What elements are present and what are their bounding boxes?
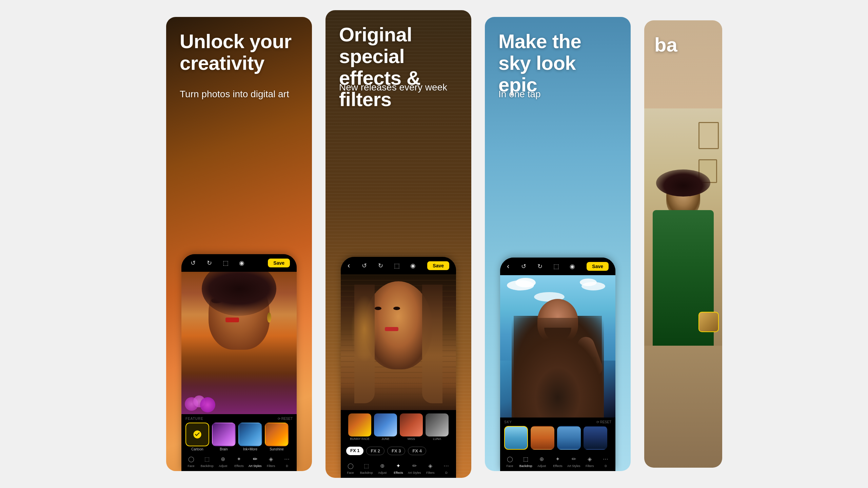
nav-adjust-label-3: Adjust <box>537 464 546 468</box>
fx-tab-3[interactable]: FX 3 <box>387 447 405 455</box>
sky-option-2[interactable] <box>531 426 554 450</box>
nav-backdrop-label-3: Backdrop <box>519 464 532 468</box>
card-2-portrait <box>341 274 456 410</box>
filter-inkmore-label: Ink+More <box>243 447 257 451</box>
effect-luna[interactable]: LUNA <box>426 413 449 441</box>
effect-bunny[interactable]: BUNNY FACE <box>348 413 371 441</box>
compare-icon-2[interactable]: ⬚ <box>392 261 401 270</box>
nav-more-2[interactable]: ⋯ D <box>438 461 454 474</box>
nav-effects-3[interactable]: ✦ Effects <box>550 454 566 468</box>
card-3-phone: ‹ ↺ ↻ ⬚ ◉ Save <box>500 258 615 471</box>
nav-face-3[interactable]: ◯ Face <box>502 454 518 468</box>
fx-tab-1[interactable]: FX 1 <box>346 447 363 455</box>
effect-bunny-label: BUNNY FACE <box>350 437 369 441</box>
nav-artstyles-label-2: Art Styles <box>408 471 421 474</box>
artstyles-icon-2: ✏ <box>410 461 419 470</box>
redo-icon-3[interactable]: ↻ <box>535 262 545 271</box>
nav-more-label-2: D <box>445 471 448 474</box>
reset-label-1[interactable]: ⟳ RESET <box>278 417 293 421</box>
effect-luna-thumb <box>426 413 449 436</box>
card-3-headline: Make the sky look epic <box>498 30 617 95</box>
nav-artstyles-2[interactable]: ✏ Art Styles <box>407 461 422 474</box>
back-button-2[interactable]: ‹ <box>348 261 350 270</box>
nav-effects-label-3: Effects <box>553 464 562 468</box>
nav-filters-3[interactable]: ◈ Filters <box>582 454 598 468</box>
feature-label: FEATURE <box>185 417 203 421</box>
effect-miss[interactable]: MISS <box>400 413 423 441</box>
effect-june[interactable]: JUNE <box>374 413 397 441</box>
nav-effects-2[interactable]: ✦ Effects <box>390 461 406 474</box>
backdrop-icon-3: ⬚ <box>521 454 530 463</box>
bottom-nav-1: ◯ Face ⬚ Backdrop ⊕ Adjust ✦ Effects <box>181 451 297 471</box>
save-button-1[interactable]: Save <box>268 259 290 267</box>
adjust-icon-3: ⊕ <box>537 454 546 463</box>
nav-artstyles-label-1: Art Styles <box>249 464 262 468</box>
sky-option-3[interactable] <box>557 426 581 450</box>
effect-bunny-thumb <box>348 413 371 436</box>
save-button-2[interactable]: Save <box>427 261 449 270</box>
filter-inkmore[interactable]: Ink+More <box>238 423 262 451</box>
nav-adjust-1[interactable]: ⊕ Adjust <box>215 454 231 468</box>
compare-icon[interactable]: ⬚ <box>221 258 230 268</box>
fx-tabs-row: FX 1 FX 2 FX 3 FX 4 <box>341 444 456 458</box>
redo-icon-2[interactable]: ↻ <box>376 261 385 270</box>
nav-backdrop-2[interactable]: ⬚ Backdrop <box>358 461 374 474</box>
nav-more-1[interactable]: ⋯ D <box>279 454 295 468</box>
nav-adjust-3[interactable]: ⊕ Adjust <box>534 454 550 468</box>
filter-brain[interactable]: Brain <box>212 423 236 451</box>
back-button-3[interactable]: ‹ <box>507 262 509 271</box>
sky-option-4[interactable] <box>584 426 607 450</box>
nav-adjust-2[interactable]: ⊕ Adjust <box>374 461 390 474</box>
nav-artstyles-1[interactable]: ✏ Art Styles <box>247 454 263 468</box>
effects-icon-3: ✦ <box>553 454 562 463</box>
nav-backdrop-1[interactable]: ⬚ Backdrop <box>199 454 215 468</box>
card-3-portrait <box>500 275 615 418</box>
effect-june-label: JUNE <box>381 437 390 441</box>
adjust-icon-1: ⊕ <box>219 454 228 463</box>
filter-sunshine[interactable]: Sunshine <box>265 423 289 451</box>
redo-icon[interactable]: ↻ <box>204 258 214 268</box>
nav-adjust-label-2: Adjust <box>378 471 387 474</box>
sky-thumb-2 <box>531 426 554 450</box>
fx-tab-4[interactable]: FX 4 <box>408 447 426 455</box>
settings-icon[interactable]: ◉ <box>237 258 246 268</box>
settings-icon-3[interactable]: ◉ <box>568 262 577 271</box>
phone-topbar-2: ‹ ↺ ↻ ⬚ ◉ Save <box>341 257 456 274</box>
undo-icon[interactable]: ↺ <box>188 258 198 268</box>
card-4-headline: ba <box>654 34 677 56</box>
card-1-headline: Unlock your creativity <box>180 30 298 74</box>
nav-face-2[interactable]: ◯ Face <box>342 461 358 474</box>
phone-topbar-3: ‹ ↺ ↻ ⬚ ◉ Save <box>500 258 615 275</box>
undo-icon-3[interactable]: ↺ <box>519 262 528 271</box>
nav-face-1[interactable]: ◯ Face <box>183 454 199 468</box>
effect-miss-thumb <box>400 413 423 436</box>
fx-tab-2[interactable]: FX 2 <box>366 447 384 455</box>
filter-sunshine-label: Sunshine <box>270 447 284 451</box>
nav-adjust-label-1: Adjust <box>219 464 227 468</box>
nav-effects-1[interactable]: ✦ Effects <box>231 454 247 468</box>
backdrop-icon-1: ⬚ <box>203 454 212 463</box>
undo-icon-2[interactable]: ↺ <box>359 261 369 270</box>
filters-icon-2: ◈ <box>426 461 435 470</box>
effects-icon-1: ✦ <box>235 454 243 463</box>
gallery-container: Unlock your creativity Turn photos into … <box>0 0 868 488</box>
settings-icon-2[interactable]: ◉ <box>408 261 418 270</box>
compare-icon-3[interactable]: ⬚ <box>551 262 561 271</box>
more-icon-1: ⋯ <box>282 454 291 463</box>
filter-cartoon[interactable]: Cartoon <box>185 423 209 451</box>
nav-backdrop-3[interactable]: ⬚ Backdrop <box>518 454 534 468</box>
nav-artstyles-3[interactable]: ✏ Art Styles <box>566 454 582 468</box>
bottom-nav-2: ◯ Face ⬚ Backdrop ⊕ Adjust ✦ Effects <box>341 458 456 478</box>
save-button-3[interactable]: Save <box>587 262 609 271</box>
nav-filters-1[interactable]: ◈ Filters <box>263 454 279 468</box>
reset-label-3[interactable]: ⟳ RESET <box>596 420 611 424</box>
face-icon-1: ◯ <box>187 454 196 463</box>
sky-option-1[interactable] <box>504 426 528 450</box>
effect-miss-label: MISS <box>408 437 415 441</box>
nav-more-3[interactable]: ⋯ D <box>598 454 614 468</box>
card-2-headline: Original special effects & filters <box>339 24 458 110</box>
card-1: Unlock your creativity Turn photos into … <box>166 17 312 471</box>
nav-filters-2[interactable]: ◈ Filters <box>422 461 438 474</box>
card-1-phone: ↺ ↻ ⬚ ◉ Save <box>181 254 297 471</box>
card-1-portrait <box>181 272 297 414</box>
